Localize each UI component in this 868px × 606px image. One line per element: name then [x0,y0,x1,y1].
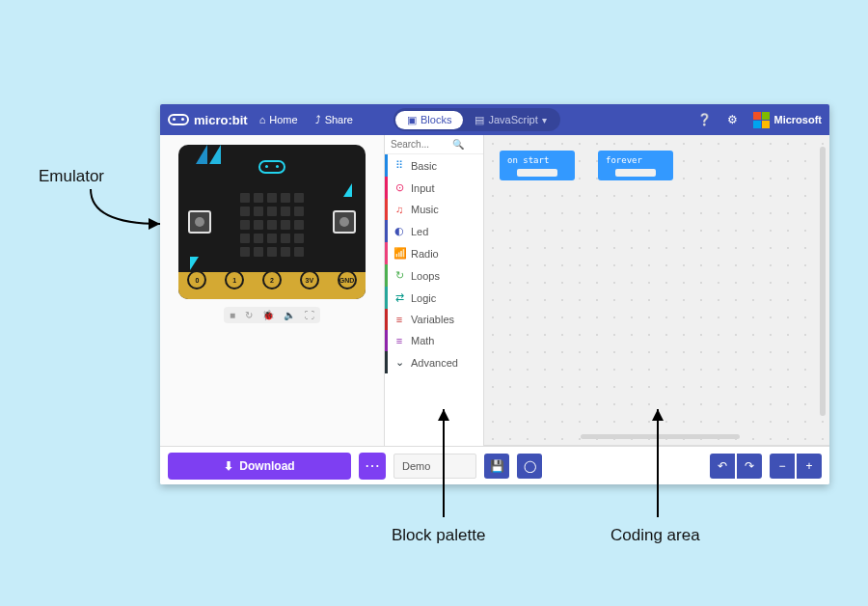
search-input[interactable] [391,139,448,150]
topbar: micro:bit ⌂ Home ⤴ Share ▣ Blocks ▤ Java… [160,104,829,135]
palette-search[interactable]: 🔍 [385,135,483,154]
button-b[interactable] [333,210,356,234]
palette-icon: ≡ [393,314,405,325]
palette-label: Radio [411,248,439,260]
annotation-arrow [648,403,667,523]
palette-label: Led [411,226,428,237]
bug-button[interactable]: 🐞 [262,310,274,320]
palette-icon: ♫ [393,204,405,215]
palette-item-music[interactable]: ♫Music [385,199,483,220]
download-label: Download [239,459,294,473]
microsoft-label: Microsoft [774,114,823,125]
microsoft-logo-icon [753,112,770,128]
microbit-emulator[interactable]: 0 1 2 3V GND [178,145,366,299]
annotation-arrow [83,183,170,245]
palette-icon: 📶 [393,247,405,260]
vertical-scrollbar[interactable] [820,147,826,416]
redo-button[interactable]: ↷ [737,454,762,479]
download-icon: ⬇ [224,459,233,473]
emulator-panel: 0 1 2 3V GND ■ ↻ 🐞 🔈 ⛶ [160,135,384,446]
mode-switch: ▣ Blocks ▤ JavaScript ▾ [393,108,560,131]
search-icon: 🔍 [452,139,464,150]
stop-button[interactable]: ■ [230,310,235,320]
blocks-icon: ▣ [407,114,417,126]
palette-icon: ◐ [393,225,405,237]
emulator-controls: ■ ↻ 🐞 🔈 ⛶ [224,307,320,323]
home-icon: ⌂ [259,114,266,125]
pin-3v[interactable]: 3V [300,270,319,289]
bottombar: ⬇ Download ⋯ 💾 ◯ ↶ ↷ − + [160,446,829,484]
javascript-mode-button[interactable]: ▤ JavaScript ▾ [463,111,557,129]
download-more-button[interactable]: ⋯ [359,453,386,480]
palette-item-variables[interactable]: ≡Variables [385,309,483,330]
topbar-right: ❔ ⚙ Microsoft [697,112,823,128]
palette-item-math[interactable]: ≡Math [385,330,483,351]
annotation-arrow [434,403,453,523]
blocks-mode-button[interactable]: ▣ Blocks [395,111,463,129]
settings-button[interactable]: ⚙ [725,113,740,127]
palette-item-input[interactable]: ⊙Input [385,177,483,199]
github-button[interactable]: ◯ [517,454,542,479]
share-link[interactable]: ⤴ Share [310,114,359,125]
mute-button[interactable]: 🔈 [284,310,295,320]
brand-text: micro:bit [194,113,248,127]
palette-label: Advanced [411,357,458,369]
home-link[interactable]: ⌂ Home [254,114,304,125]
code-block-forever[interactable]: forever [598,151,673,180]
js-mode-label: JavaScript [488,114,537,125]
palette-item-basic[interactable]: ⠿Basic [385,154,483,177]
home-label: Home [269,114,297,125]
edge-connector: 0 1 2 3V GND [178,272,366,299]
share-icon: ⤴ [315,114,321,125]
annotation-palette: Block palette [392,526,485,545]
restart-button[interactable]: ↻ [245,310,253,320]
palette-item-logic[interactable]: ⇄Logic [385,287,483,309]
help-button[interactable]: ❔ [697,113,712,127]
microsoft-logo: Microsoft [753,112,823,128]
palette-item-loops[interactable]: ↻Loops [385,264,483,287]
block-label: forever [606,155,642,165]
palette-item-advanced[interactable]: ⌄Advanced [385,351,483,373]
palette-label: Variables [411,314,454,325]
annotation-workspace: Coding area [610,526,700,545]
save-button[interactable]: 💾 [484,454,509,479]
palette-label: Loops [411,270,440,282]
palette-label: Music [411,204,439,215]
coding-area[interactable]: on startforever [484,135,829,446]
app-window: micro:bit ⌂ Home ⤴ Share ▣ Blocks ▤ Java… [160,104,829,484]
b-triangle-icon [343,183,352,197]
code-block-on-start[interactable]: on start [500,151,575,180]
block-palette: 🔍 ⠿Basic⊙Input♫Music◐Led📶Radio↻Loops⇄Log… [384,135,484,446]
blocks-mode-label: Blocks [420,114,451,125]
palette-item-led[interactable]: ◐Led [385,220,483,242]
share-label: Share [325,114,353,125]
decor-triangle-icon [196,145,207,164]
pin-2[interactable]: 2 [262,270,282,289]
js-icon: ▤ [475,114,484,126]
decor-triangle-icon [209,145,221,164]
pin-0[interactable]: 0 [187,270,206,289]
palette-item-radio[interactable]: 📶Radio [385,242,483,264]
zoom-out-button[interactable]: − [770,454,795,479]
undo-button[interactable]: ↶ [710,454,735,479]
pin-gnd[interactable]: GND [338,270,357,289]
palette-label: Basic [411,160,437,172]
brand-logo[interactable]: micro:bit [168,113,248,127]
pin-1[interactable]: 1 [225,270,244,289]
palette-icon: ⌄ [393,356,405,369]
download-button[interactable]: ⬇ Download [168,453,351,480]
palette-icon: ⠿ [393,159,405,172]
block-label: on start [507,155,549,165]
palette-icon: ↻ [393,269,405,282]
zoom-group: − + [770,454,822,479]
palette-label: Logic [411,292,436,304]
fullscreen-button[interactable]: ⛶ [305,310,314,320]
zoom-in-button[interactable]: + [797,454,822,479]
a-triangle-icon [190,257,199,270]
microbit-face-icon [258,160,285,174]
palette-icon: ⇄ [393,291,405,304]
chevron-down-icon: ▾ [542,115,547,125]
button-a[interactable] [188,210,211,234]
palette-icon: ⊙ [393,181,405,194]
main-area: 0 1 2 3V GND ■ ↻ 🐞 🔈 ⛶ 🔍 ⠿Basic⊙In [160,135,829,446]
